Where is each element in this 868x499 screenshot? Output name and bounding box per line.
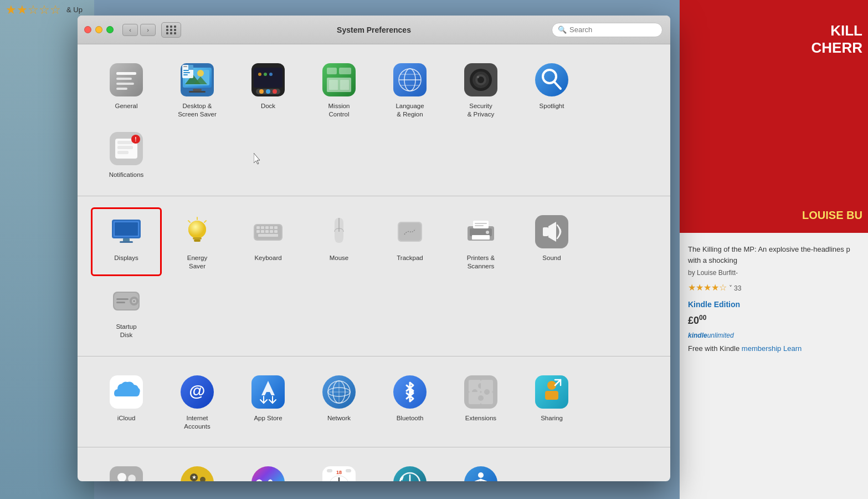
pref-notifications[interactable]: ! Notifications <box>91 124 162 185</box>
svg-rect-63 <box>193 237 202 240</box>
spotlight-icon <box>535 63 568 96</box>
maximize-button[interactable] <box>106 26 114 33</box>
membership-link[interactable]: membership Learn <box>742 344 802 353</box>
pref-mouse[interactable]: Mouse <box>304 207 374 276</box>
pref-users-groups[interactable]: Users &Groups <box>91 459 162 481</box>
icloud-icon-wrap <box>109 374 144 410</box>
title-bar: ‹ › System Preferences 🔍 <box>78 16 670 44</box>
svg-rect-146 <box>327 469 332 472</box>
back-icon: ‹ <box>129 27 131 33</box>
pref-mission-control[interactable]: MissionControl <box>304 55 374 124</box>
pref-network[interactable]: Network <box>304 368 374 436</box>
pref-startup[interactable]: StartupDisk <box>91 276 162 345</box>
desktop-icon-wrap <box>179 62 215 98</box>
sound-icon <box>535 215 568 248</box>
pref-keyboard[interactable]: Keyboard <box>233 207 304 276</box>
pref-energy[interactable]: EnergySaver <box>162 207 233 276</box>
svg-rect-71 <box>261 226 264 229</box>
pref-language[interactable]: Language& Region <box>374 55 445 124</box>
svg-rect-16 <box>183 74 188 75</box>
search-bar[interactable]: 🔍 <box>552 23 662 37</box>
svg-rect-88 <box>475 223 487 224</box>
kindle-edition-label[interactable]: Kindle Edition <box>688 299 860 310</box>
displays-icon-wrap <box>109 214 144 249</box>
svg-point-24 <box>258 73 261 76</box>
extensions-icon <box>464 375 497 409</box>
grid-view-button[interactable] <box>161 22 181 38</box>
system-grid: Users &Groups ★ <box>91 459 657 481</box>
svg-rect-70 <box>256 226 260 229</box>
pref-security[interactable]: Security& Privacy <box>445 55 516 124</box>
general-label: General <box>115 102 138 110</box>
kindle-unlimited-badge: kindleunlimited <box>688 330 860 340</box>
pref-datetime[interactable]: 18 Date & Time <box>304 459 374 481</box>
pref-internet-accounts[interactable]: @ InternetAccounts <box>162 368 233 436</box>
internet-accounts-icon-wrap: @ <box>179 374 215 410</box>
pref-trackpad[interactable]: Trackpad <box>374 207 445 276</box>
internet-grid: iCloud @ <box>91 368 657 436</box>
keyboard-icon <box>251 215 285 248</box>
pref-accessibility[interactable]: Accessibility <box>445 459 516 481</box>
dock-icon-wrap <box>250 62 286 98</box>
svg-text:!: ! <box>135 136 136 142</box>
siri-icon <box>251 466 285 481</box>
svg-point-135 <box>251 466 285 481</box>
pref-spotlight[interactable]: Spotlight <box>516 55 587 124</box>
svg-rect-14 <box>183 70 189 71</box>
pref-app-store[interactable]: App Store <box>233 368 304 436</box>
pref-siri[interactable]: Siri <box>233 459 304 481</box>
pref-bluetooth[interactable]: Bluetooth <box>374 368 445 436</box>
pref-icloud[interactable]: iCloud <box>91 368 162 436</box>
close-button[interactable] <box>84 26 91 33</box>
bluetooth-icon-wrap <box>392 374 428 410</box>
accessibility-icon <box>464 466 497 481</box>
printers-icon-wrap <box>463 214 499 249</box>
svg-point-45 <box>535 63 568 96</box>
startup-disk-icon <box>110 284 143 317</box>
svg-rect-80 <box>258 234 278 237</box>
svg-rect-3 <box>116 83 134 85</box>
svg-rect-58 <box>115 222 138 236</box>
grid-icon <box>166 26 177 34</box>
svg-rect-73 <box>270 226 273 229</box>
forward-icon: › <box>147 27 149 33</box>
startup-disk-label: StartupDisk <box>116 323 136 339</box>
security-icon-wrap <box>463 62 499 98</box>
svg-text:★: ★ <box>192 474 197 480</box>
pref-dock[interactable]: Dock <box>233 55 304 124</box>
svg-rect-100 <box>116 302 125 303</box>
back-button[interactable]: ‹ <box>122 24 138 36</box>
internet-section: iCloud @ <box>78 357 670 448</box>
svg-rect-87 <box>473 221 489 228</box>
pref-general[interactable]: General <box>91 55 162 124</box>
pref-displays[interactable]: Displays <box>91 207 162 276</box>
book-cover-image: KILLCHERR LOUISE BU <box>680 0 868 233</box>
svg-point-23 <box>273 89 277 94</box>
minimize-button[interactable] <box>95 26 102 33</box>
svg-rect-1 <box>116 72 136 75</box>
pref-sharing[interactable]: Sharing <box>516 368 587 436</box>
svg-rect-17 <box>183 66 187 67</box>
energy-saver-icon <box>181 215 214 248</box>
pref-parental[interactable]: ★ ParentalControls <box>162 459 233 481</box>
traffic-lights <box>84 26 114 33</box>
forward-button[interactable]: › <box>140 24 156 36</box>
svg-rect-77 <box>265 230 269 233</box>
bluetooth-icon <box>393 375 427 409</box>
dock-label: Dock <box>261 102 275 110</box>
pref-printers[interactable]: Printers &Scanners <box>445 207 516 276</box>
search-input[interactable] <box>569 26 656 34</box>
pref-extensions[interactable]: Extensions <box>445 368 516 436</box>
pref-timemachine[interactable]: TimeMachine <box>374 459 445 481</box>
svg-point-62 <box>188 221 206 238</box>
navigation-buttons: ‹ › <box>122 24 156 36</box>
mission-control-icon <box>322 63 356 96</box>
parental-icon-wrap: ★ <box>179 465 215 481</box>
spotlight-label: Spotlight <box>540 102 564 110</box>
svg-point-44 <box>477 76 479 78</box>
security-privacy-icon <box>464 63 497 96</box>
pref-desktop[interactable]: Desktop &Screen Saver <box>162 55 233 124</box>
printers-scanners-icon <box>464 215 497 248</box>
svg-rect-52 <box>117 151 129 154</box>
pref-sound[interactable]: Sound <box>516 207 587 276</box>
